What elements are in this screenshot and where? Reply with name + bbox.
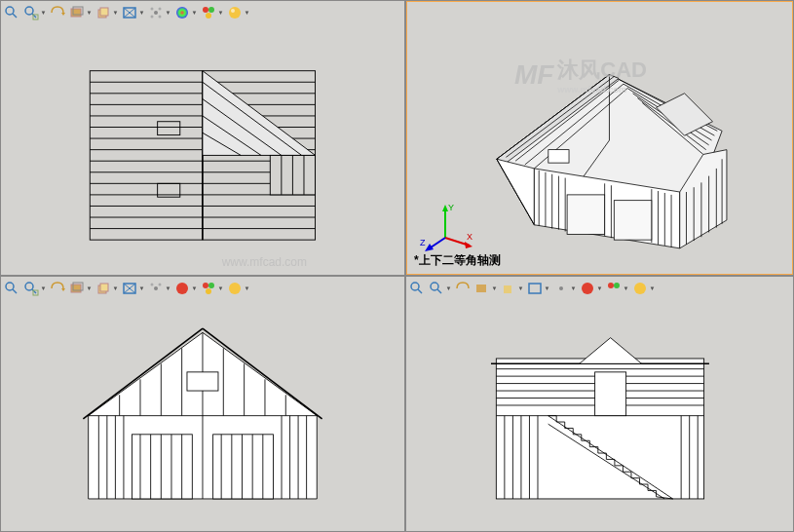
svg-marker-102 [61,288,65,291]
svg-point-99 [25,283,33,290]
svg-rect-79 [614,201,652,240]
svg-point-18 [176,7,188,19]
zoom-to-fit-icon[interactable] [408,280,426,297]
viewport-bottom-right[interactable]: ▼ ▼ ▼ ▼ ▼ ▼ ▼ ▼ [405,276,794,532]
canvas-side-view[interactable] [406,300,793,531]
zoom-area-icon[interactable] [22,280,40,297]
svg-point-14 [151,8,154,11]
apply-scene-icon[interactable] [173,4,191,21]
rotate-view-icon[interactable] [49,280,66,297]
rotate-view-icon[interactable] [49,4,66,21]
render-icon[interactable] [226,4,244,21]
canvas-top-view[interactable] [1,24,404,275]
model-side-section [444,312,756,519]
dropdown-icon[interactable]: ▼ [165,4,171,21]
svg-rect-149 [187,372,218,391]
svg-marker-5 [61,13,65,16]
display-style-icon[interactable] [95,4,112,21]
svg-point-115 [208,283,214,288]
svg-point-110 [154,286,158,290]
dropdown-icon[interactable]: ▼ [165,280,171,297]
zoom-area-icon[interactable] [428,280,445,297]
dropdown-icon[interactable]: ▼ [517,280,524,297]
svg-point-113 [176,283,188,294]
hide-show-icon[interactable] [121,280,138,297]
svg-rect-156 [476,285,486,292]
dropdown-icon[interactable]: ▼ [491,280,498,297]
dropdown-icon[interactable]: ▼ [445,280,452,297]
svg-rect-49 [158,122,180,135]
svg-point-21 [206,13,211,19]
svg-line-155 [437,289,441,293]
canvas-front-view[interactable] [1,300,404,531]
rotate-view-icon[interactable] [454,280,472,297]
svg-point-162 [614,283,620,288]
dropdown-icon[interactable]: ▼ [86,280,93,297]
viewport-top-right[interactable]: MF 沐风CAD www.mfcad.com [405,0,794,276]
svg-point-17 [159,16,162,19]
dropdown-icon[interactable]: ▼ [112,4,119,21]
svg-line-153 [418,289,422,293]
dropdown-icon[interactable]: ▼ [191,4,198,21]
apply-scene-icon[interactable] [173,280,191,297]
dropdown-icon[interactable]: ▼ [138,280,145,297]
model-isometric [440,37,760,262]
section-icon[interactable] [68,4,86,21]
svg-rect-137 [132,435,192,499]
svg-point-116 [206,288,211,294]
edit-scene-icon[interactable] [147,4,165,21]
dropdown-icon[interactable]: ▼ [217,4,224,21]
view-settings-icon[interactable] [605,280,623,297]
viewport-top-left[interactable]: ▼ ▼ ▼ ▼ ▼ ▼ ▼ ▼ [0,0,405,276]
section-icon[interactable] [68,280,86,297]
apply-scene-icon[interactable] [579,280,596,297]
svg-point-161 [608,283,614,288]
dropdown-icon[interactable]: ▼ [244,280,250,297]
dropdown-icon[interactable]: ▼ [191,280,198,297]
zoom-to-fit-icon[interactable] [3,4,20,21]
svg-point-23 [231,9,235,13]
display-style-icon[interactable] [95,280,112,297]
svg-point-20 [208,7,214,13]
svg-point-117 [229,283,241,294]
svg-rect-138 [213,435,274,499]
view-settings-icon[interactable] [200,4,217,21]
dropdown-icon[interactable]: ▼ [40,4,47,21]
zoom-to-fit-icon[interactable] [3,280,20,297]
dropdown-icon[interactable]: ▼ [112,280,119,297]
zoom-area-icon[interactable] [22,4,40,21]
svg-point-0 [6,7,14,15]
svg-point-163 [634,283,646,294]
svg-line-98 [13,289,17,293]
svg-text:Z: Z [420,238,426,247]
dropdown-icon[interactable]: ▼ [40,280,47,297]
dropdown-icon[interactable]: ▼ [544,280,550,297]
dropdown-icon[interactable]: ▼ [244,4,250,21]
render-icon[interactable] [226,280,244,297]
edit-scene-icon[interactable] [147,280,165,297]
edit-scene-icon[interactable] [552,280,570,297]
viewport-toolbar: ▼ ▼ ▼ ▼ ▼ ▼ ▼ ▼ [3,3,250,22]
view-settings-icon[interactable] [200,280,217,297]
render-icon[interactable] [631,280,649,297]
axis-gizmo[interactable]: Y X Z [416,199,474,257]
dropdown-icon[interactable]: ▼ [217,280,224,297]
dropdown-icon[interactable]: ▼ [570,280,577,297]
section-icon[interactable] [473,280,491,297]
dropdown-icon[interactable]: ▼ [649,280,656,297]
viewport-toolbar: ▼ ▼ ▼ ▼ ▼ ▼ ▼ ▼ [3,279,250,298]
hide-show-icon[interactable] [121,4,138,21]
svg-point-16 [151,16,154,19]
hide-show-icon[interactable] [526,280,544,297]
svg-point-19 [203,7,208,13]
viewport-bottom-left[interactable]: ▼ ▼ ▼ ▼ ▼ ▼ ▼ ▼ [0,276,405,532]
dropdown-icon[interactable]: ▼ [86,4,93,21]
svg-point-2 [25,7,33,15]
display-style-icon[interactable] [500,280,517,297]
svg-rect-80 [548,150,568,163]
svg-rect-106 [100,284,108,291]
dropdown-icon[interactable]: ▼ [138,4,145,21]
svg-text:X: X [467,232,473,242]
dropdown-icon[interactable]: ▼ [623,280,629,297]
dropdown-icon[interactable]: ▼ [596,280,603,297]
